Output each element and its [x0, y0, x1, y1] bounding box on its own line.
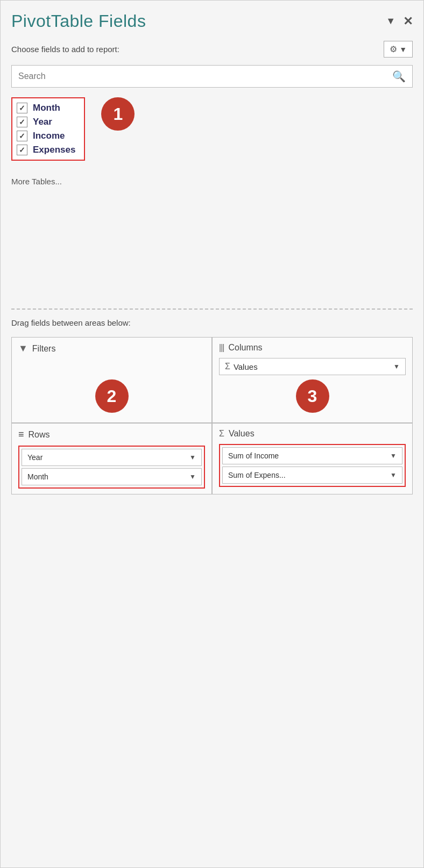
field-checkbox-income[interactable]: ✓	[17, 131, 27, 141]
panel-title: PivotTable Fields	[11, 11, 146, 31]
gear-dropdown-arrow: ▼	[399, 45, 407, 54]
columns-icon: |||	[219, 343, 224, 353]
choose-fields-row: Choose fields to add to report: ⚙ ▼	[11, 41, 413, 58]
rows-area: ≡ Rows Year ▼ Month ▼	[11, 423, 212, 494]
rows-label: Rows	[29, 430, 50, 440]
panel-dropdown-icon[interactable]: ▼	[386, 16, 395, 27]
field-item-income: ✓ Income	[17, 131, 75, 141]
field-item-month: ✓ Month	[17, 103, 75, 113]
field-checkbox-expenses[interactable]: ✓	[17, 145, 27, 155]
badge-2: 2	[95, 379, 129, 413]
badge-1: 1	[101, 97, 135, 131]
rows-icon: ≡	[18, 429, 24, 440]
values-header: Σ Values	[219, 429, 406, 439]
choose-fields-label: Choose fields to add to report:	[11, 45, 119, 54]
fields-list: ✓ Month ✓ Year ✓ Income ✓ Expenses	[11, 97, 85, 161]
values-expenses-label: Sum of Expens...	[228, 471, 286, 479]
values-expenses-arrow: ▼	[390, 471, 397, 479]
field-label-month: Month	[33, 103, 60, 113]
values-expenses-dropdown[interactable]: Sum of Expens... ▼	[222, 467, 402, 484]
columns-label: Columns	[228, 343, 262, 353]
drag-label: Drag fields between areas below:	[11, 309, 413, 327]
field-label-expenses: Expenses	[33, 145, 75, 155]
sigma-icon-columns: Σ	[225, 362, 230, 371]
columns-header: ||| Columns	[219, 343, 406, 353]
rows-dropdowns: Year ▼ Month ▼	[18, 446, 205, 489]
values-area: Σ Values Sum of Income ▼ Sum of Expens..…	[212, 423, 413, 494]
values-dropdowns: Sum of Income ▼ Sum of Expens... ▼	[219, 444, 406, 487]
rows-month-arrow: ▼	[189, 473, 196, 480]
field-label-year: Year	[33, 117, 52, 127]
values-label: Values	[229, 429, 255, 439]
values-income-dropdown[interactable]: Sum of Income ▼	[222, 447, 402, 464]
pivot-table-fields-panel: PivotTable Fields ▼ ✕ Choose fields to a…	[0, 0, 424, 868]
badge-3-container: 3	[296, 379, 329, 413]
values-income-label: Sum of Income	[228, 451, 279, 460]
empty-space	[11, 190, 413, 309]
search-bar: 🔍	[11, 65, 413, 88]
badge-3: 3	[296, 379, 329, 413]
header-icons: ▼ ✕	[386, 15, 413, 28]
panel-header: PivotTable Fields ▼ ✕	[11, 11, 413, 31]
badge-2-container: 2	[95, 379, 129, 413]
more-tables-link[interactable]: More Tables...	[11, 177, 413, 186]
rows-year-dropdown[interactable]: Year ▼	[22, 449, 202, 466]
field-checkbox-month[interactable]: ✓	[17, 103, 27, 113]
field-item-expenses: ✓ Expenses	[17, 145, 75, 155]
rows-month-dropdown[interactable]: Month ▼	[22, 468, 202, 485]
values-income-arrow: ▼	[390, 452, 397, 460]
columns-area: ||| Columns Σ Values ▼ 3	[212, 337, 413, 423]
filters-header: ▼ Filters	[18, 343, 205, 354]
filters-columns-grid: ▼ Filters 2 ||| Columns Σ Values ▼ 3	[11, 337, 413, 423]
rows-year-label: Year	[27, 453, 43, 462]
columns-values-dropdown[interactable]: Σ Values ▼	[219, 358, 406, 375]
columns-values-label: Values	[234, 362, 258, 371]
fields-and-badge: ✓ Month ✓ Year ✓ Income ✓ Expenses 1	[11, 97, 413, 167]
sigma-icon-values: Σ	[219, 429, 224, 439]
rows-year-arrow: ▼	[189, 454, 196, 461]
columns-values-arrow: ▼	[393, 363, 400, 370]
filters-area: ▼ Filters 2	[11, 337, 212, 423]
rows-month-label: Month	[27, 472, 48, 481]
panel-close-icon[interactable]: ✕	[403, 15, 413, 28]
search-icon: 🔍	[392, 70, 406, 83]
field-item-year: ✓ Year	[17, 117, 75, 127]
filter-icon: ▼	[18, 343, 28, 354]
search-input[interactable]	[18, 71, 392, 81]
rows-values-grid: ≡ Rows Year ▼ Month ▼ Σ Values	[11, 423, 413, 494]
rows-header: ≡ Rows	[18, 429, 205, 440]
gear-button[interactable]: ⚙ ▼	[384, 41, 413, 58]
field-checkbox-year[interactable]: ✓	[17, 117, 27, 127]
field-label-income: Income	[33, 131, 65, 141]
filters-label: Filters	[32, 344, 56, 354]
gear-icon: ⚙	[390, 44, 397, 54]
